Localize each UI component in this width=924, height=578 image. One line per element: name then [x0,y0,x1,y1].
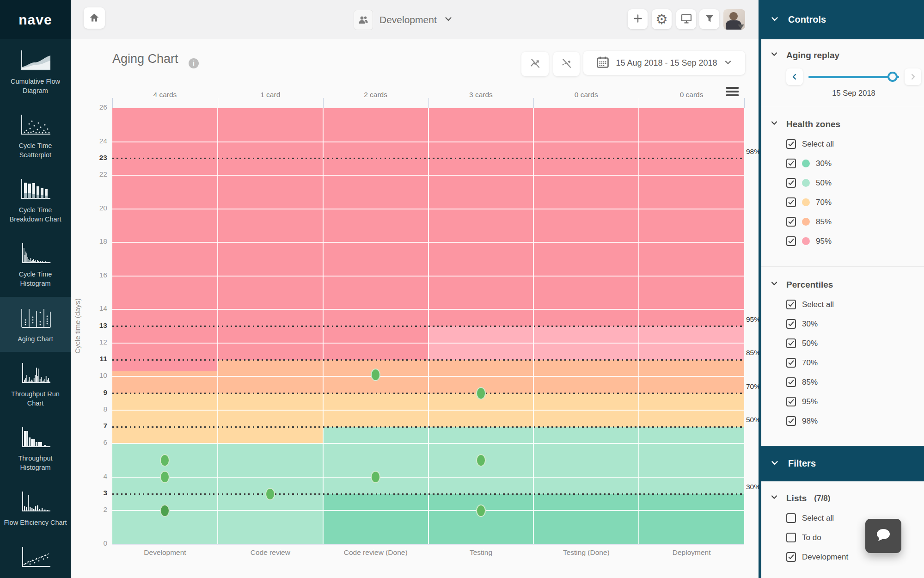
sidebar-item-label: Aging Chart [4,335,67,344]
percentile-option-95[interactable]: 95% [786,395,924,408]
zone-color-dot [802,160,810,167]
checkbox[interactable] [786,552,796,562]
y-tick-label: 8 [83,405,107,413]
checkbox-label: 95% [816,237,832,246]
card-dot[interactable] [476,504,486,517]
y-tick-label: 10 [83,371,107,380]
list-option-development[interactable]: Development [786,550,924,564]
health-zone-option-select-all[interactable]: Select all [786,137,924,151]
checkbox[interactable] [786,319,796,329]
info-icon[interactable]: i [189,58,199,68]
board-name: Development [379,14,437,25]
sidebar-item-throughput-run-chart[interactable]: Throughput Run Chart [0,352,71,416]
sidebar-item-label: Cycle Time Breakdown Chart [4,206,67,224]
x-tick-label: Deployment [639,548,744,557]
user-avatar[interactable] [723,9,745,30]
checkbox[interactable] [786,236,796,246]
percentile-option-85[interactable]: 85% [786,375,924,389]
filters-header[interactable]: Filters [759,446,924,481]
sidebar-item-cumulative-flow-diagram[interactable]: Cumulative Flow Diagram [0,39,71,104]
chevron-down-icon [770,49,779,61]
y-tick-label: 11 [83,355,107,363]
list-option-select-all[interactable]: Select all [786,511,924,525]
health-zone-orange [218,394,323,444]
checkbox[interactable] [786,358,796,368]
date-range-label: 15 Aug 2018 - 15 Sep 2018 [616,58,717,68]
sidebar-item-cycle-time-breakdown-chart[interactable]: Cycle Time Breakdown Chart [0,168,71,232]
health-zone-teal [533,494,639,544]
checkbox[interactable] [786,377,796,387]
health-zone-option-85[interactable]: 85% [786,215,924,228]
replay-slider[interactable] [808,72,899,82]
add-button[interactable] [628,9,648,29]
checkbox[interactable] [786,416,796,426]
toggle-trend-button[interactable] [521,52,549,76]
health-zone-option-30[interactable]: 30% [786,157,924,170]
checkbox[interactable] [786,513,796,523]
checkbox[interactable] [786,300,796,309]
checkbox-label: Select all [802,514,834,523]
display-button[interactable] [676,9,696,29]
filter-button[interactable] [699,9,719,29]
aging-replay-header[interactable]: Aging replay [770,49,924,61]
checkbox[interactable] [786,139,796,149]
sidebar-item-cycle-time-histogram[interactable]: Cycle Time Histogram [0,232,71,296]
health-zone-option-50[interactable]: 50% [786,176,924,190]
lists-header[interactable]: Lists (7/8) [770,492,924,504]
health-zone-option-95[interactable]: 95% [786,234,924,248]
panel-scrollbar[interactable] [759,39,761,578]
health-zone-option-70[interactable]: 70% [786,196,924,209]
sidebar-item-aging-chart[interactable]: Aging Chart [0,297,71,352]
replay-slider-handle[interactable] [887,72,898,82]
percentile-option-98[interactable]: 98% [786,414,924,428]
settings-button[interactable]: ⚙ [652,9,672,29]
health-zone-teal [639,494,744,544]
percentile-option-select-all[interactable]: Select all [786,298,924,311]
home-button[interactable] [84,7,105,29]
card-dot[interactable] [476,387,486,400]
percentile-option-30[interactable]: 30% [786,317,924,331]
toggle-dashed-trend-button[interactable] [553,52,580,76]
health-zone-red [112,108,218,371]
health-zones-header[interactable]: Health zones [770,118,924,130]
percentile-option-70[interactable]: 70% [786,356,924,369]
checkbox[interactable] [786,197,796,207]
checkbox[interactable] [786,397,796,406]
chevron-down-icon [770,279,779,290]
health-zone-salmon [112,371,218,393]
percentile-line-95 [112,326,744,327]
column-card-count: 2 cards [323,91,428,99]
chat-widget-button[interactable] [865,519,901,553]
percentile-option-50[interactable]: 50% [786,337,924,350]
y-tick-label: 3 [83,489,107,497]
checkbox[interactable] [786,178,796,188]
checkbox[interactable] [786,159,796,168]
board-selector[interactable]: Development [354,9,453,31]
percentiles-header[interactable]: Percentiles [770,279,924,290]
zone-color-dot [802,218,810,226]
y-tick-label: 2 [83,505,107,514]
card-dot[interactable] [476,454,486,467]
sidebar-item-scatter-trend-icon[interactable] [0,536,71,578]
date-range-picker[interactable]: 15 Aug 2018 - 15 Sep 2018 [583,51,745,75]
top-header: Development ⚙ [71,0,760,39]
checkbox[interactable] [786,338,796,348]
replay-prev-button[interactable] [786,68,803,85]
replay-next-button[interactable] [905,68,921,85]
checkbox[interactable] [786,533,796,542]
sidebar-item-label: Cumulative Flow Diagram [4,77,67,95]
plus-icon [632,13,643,25]
checkbox-label: 85% [816,217,832,227]
sidebar-item-flow-efficiency-chart[interactable]: Flow Efficiency Chart [0,480,71,536]
trend-line-off-icon [529,57,541,71]
controls-header[interactable]: Controls [759,0,924,39]
y-tick-label: 16 [83,271,107,279]
sidebar-item-cycle-time-scatterplot[interactable]: Cycle Time Scatterplot [0,104,71,168]
list-option-to-do[interactable]: To do [786,531,924,544]
checkbox[interactable] [786,217,796,227]
team-icon [354,10,373,30]
card-dot[interactable] [265,488,275,500]
sidebar-item-throughput-histogram[interactable]: Throughput Histogram [0,416,71,480]
health-zone-red [218,108,323,360]
home-icon [89,12,100,25]
